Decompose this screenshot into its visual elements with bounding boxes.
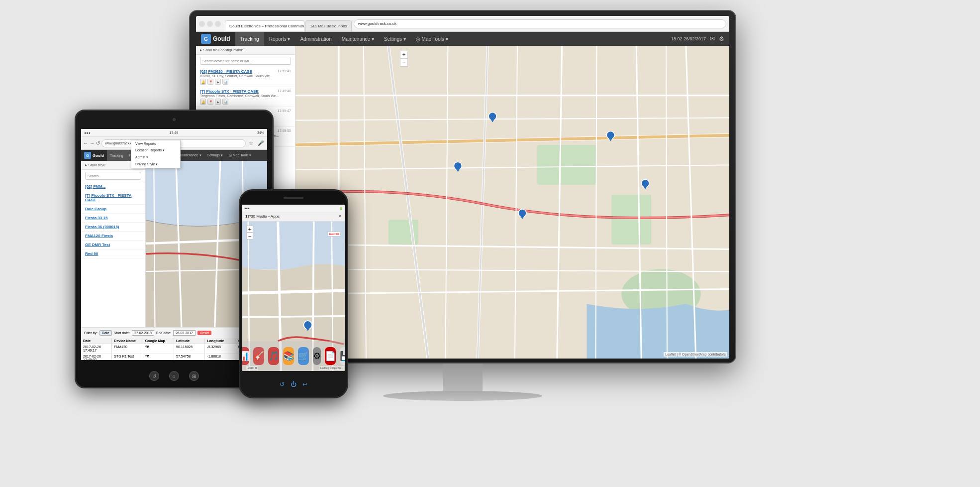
ibooks-app-icon[interactable]: 📚 [283,347,294,365]
tablet-dd-driving-style[interactable]: Driving Style ▾ [131,161,180,168]
storage-app-icon[interactable]: 💾 [340,347,345,365]
monitor-url-bar[interactable]: www.gouldtrack.co.uk [354,19,726,28]
monitor-nav-maptools[interactable]: ◎ Map Tools ▾ [411,32,453,46]
monitor-map-attribution: Leaflet | © OpenStreetMap contributors [664,352,727,357]
tablet-logo: G Gould [81,150,107,161]
phone: ●●● 🔋 17/30 Media • Apps ✕ [239,189,348,398]
device-icon[interactable]: 📍 [207,99,213,105]
tablet-device-4[interactable]: Fiesta 33 15 [81,214,145,223]
table-cell-lat-1: 50.115025 [174,344,205,353]
table-cell-lon-2: -1.88818 [205,354,236,360]
tablet-reload-button[interactable]: ↺ [96,140,100,146]
tablet-bookmark-icon[interactable]: ☆ [249,140,253,146]
monitor-reload-button[interactable] [215,21,221,27]
device-icon[interactable]: ▶ [215,99,221,105]
tablet-device-name-7: GE DMR Test [85,243,110,247]
monitor-tab-2[interactable]: 1&1 Mail Basic Inbox [305,20,352,31]
monitor-device-item-1[interactable]: [02] FM3620 - FIESTA CASE 17:59:41 B3298… [196,67,295,87]
device-icon[interactable]: 🔔 [200,79,206,85]
phone-home-nav: ↺ ⏻ ↩ [280,381,307,388]
tablet-device-8[interactable]: Red 90 [81,249,145,258]
phone-map-header-close[interactable]: ✕ [338,214,342,219]
tablet-device-5[interactable]: Fiesta 36 (000015) [81,223,145,232]
pdf-app-icon[interactable]: 📄 [325,347,336,365]
monitor-nav-admin[interactable]: Administration [295,32,336,46]
tablet-dd-view-reports[interactable]: View Reports [131,140,180,147]
tablet-reset-button[interactable]: Reset [197,331,211,335]
monitor-zoom-in-button[interactable]: + [400,51,408,59]
tablet-nav-tracking[interactable]: Tracking [107,150,126,161]
tablet-nav-maptools[interactable]: ◎ Map Tools ▾ [226,150,255,161]
tablet-home-bar: ↺ ⌂ ⊞ [149,371,199,381]
monitor-nav-settings[interactable]: Settings ▾ [379,32,411,46]
settings-app-icon[interactable]: ⚙ [313,347,321,365]
svg-rect-2 [611,195,651,244]
monitor-nav-tracking[interactable]: Tracking [235,32,264,46]
tablet-dd-location-reports[interactable]: Location Reports ▾ [131,147,180,154]
monitor-device-time-4: 17:59:55 [278,129,291,132]
monitor-user-icon[interactable]: ⚙ [719,35,724,42]
tablet-forward-button[interactable]: → [90,140,95,146]
table-cell-gmap-1[interactable]: 🗺 [143,344,174,353]
device-icon[interactable]: 📊 [222,79,228,85]
tablet-nav-settings[interactable]: Settings ▾ [204,150,226,161]
itunes-app-icon[interactable]: 🎵 [268,347,279,365]
tablet-device-3[interactable]: Dale Group [81,205,145,214]
tablet-device-name-4: Fiesta 33 15 [85,216,107,220]
tablet-col-date: Date [81,338,112,344]
tablet-back-nav-button[interactable]: ↺ [149,371,159,381]
svg-rect-18 [242,222,345,269]
tablet-device-1[interactable]: [02] FMM... [81,182,145,191]
monitor-device-address-1: B3298, St. Day, Scorrier, Cornwall, Sout… [200,74,291,78]
monitor-mail-icon[interactable]: ✉ [710,35,715,42]
table-cell-gmap-2[interactable]: 🗺 [143,354,174,360]
device-icon[interactable]: 📍 [207,79,213,85]
device-icon[interactable]: 🔔 [200,99,206,105]
tablet-device-6[interactable]: FMA120 Fiesta [81,232,145,241]
monitor-nav-maintenance[interactable]: Maintenance ▾ [337,32,379,46]
numbers-app-icon[interactable]: 📊 [242,347,249,365]
monitor-search-input[interactable] [200,57,291,65]
phone-nav-back-button[interactable]: ↺ [280,381,285,388]
device-icon[interactable]: ▶ [215,79,221,85]
monitor-back-button[interactable] [199,21,205,27]
phone-zoom-controls: + − [246,226,253,240]
phone-zoom-in-button[interactable]: + [246,226,253,233]
tablet-device-2[interactable]: [T] Piccolo STX - FIESTA CASE [81,191,145,205]
monitor-forward-button[interactable] [207,21,213,27]
tablet-end-date-value[interactable]: 26.02.2017 [173,330,196,336]
tablet-status-bar: ●●● 17:49 34% [81,129,267,137]
tablet-device-7[interactable]: GE DMR Test [81,241,145,249]
device-icon[interactable]: 📊 [222,99,228,105]
tablet-filter-date[interactable]: Date [99,330,112,336]
tablet-mic-icon[interactable]: 🎤 [258,140,264,146]
monitor-device-item-2[interactable]: [T] Piccolo STX - FIESTA CASE 17:49:48 T… [196,87,295,107]
phone-nav-forward-button[interactable]: ↩ [302,381,307,388]
tablet-back-button[interactable]: ← [83,140,88,146]
phone-map-header: 17/30 Media • Apps ✕ [242,212,345,222]
monitor-zoom-out-button[interactable]: − [400,59,408,67]
guitar-app-icon[interactable]: 🎸 [253,347,264,365]
table-cell-device-1: FMA120 [112,344,143,353]
tablet-left-panel: ▸ Snail trail: [02] FMM... [T] Piccolo S… [81,161,146,327]
phone-nav-power-button[interactable]: ⏻ [291,381,296,388]
tablet-camera [173,118,176,121]
tablet-start-date-value[interactable]: 27.02.2018 [132,330,154,336]
monitor-map-roads-svg [295,46,729,359]
phone-status-battery: 🔋 [339,207,343,210]
appstore-app-icon[interactable]: 🛒 [298,347,309,365]
monitor-nav-right: 18:02 26/02/2017 ✉ ⚙ [666,35,729,42]
monitor-app-logo: G Gould [196,32,235,46]
table-cell-lat-2: 57.54758 [174,354,205,360]
tablet-search-input[interactable] [85,172,141,180]
svg-rect-1 [537,145,597,185]
tablet-dd-admin[interactable]: Admin ▾ [131,154,180,161]
phone-map-label: Red 90 [327,232,341,237]
tablet-apps-button[interactable]: ⊞ [189,371,199,381]
monitor-nav-reports[interactable]: Reports ▾ [264,32,295,46]
monitor-tab-1[interactable]: Gould Electronics – Professional Communi… [225,20,304,31]
scene: Gould Electronics – Professional Communi… [0,0,980,487]
phone-zoom-out-button[interactable]: − [246,233,253,240]
tablet-home-button[interactable]: ⌂ [169,371,179,381]
phone-frame: ●●● 🔋 17/30 Media • Apps ✕ [239,189,348,398]
